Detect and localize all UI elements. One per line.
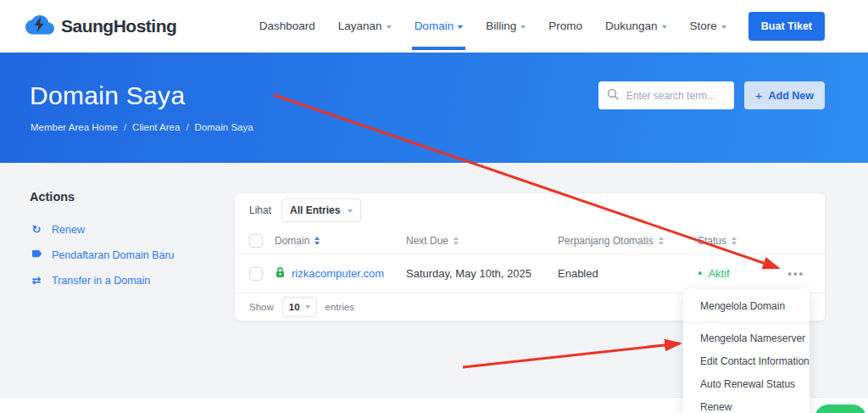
- column-header-domain: Domain: [275, 235, 406, 247]
- chevron-down-icon: [305, 305, 310, 309]
- chevron-down-icon: [520, 25, 526, 29]
- nav-label: Domain: [415, 20, 454, 32]
- entries-filter-select[interactable]: All Entries: [281, 198, 361, 222]
- add-new-label: Add New: [769, 90, 814, 102]
- top-navbar: SaungHosting Dashboard Layanan Domain Bi…: [0, 0, 868, 53]
- chevron-down-icon: [348, 209, 353, 213]
- column-label: Next Due: [406, 235, 448, 247]
- nav-label: Dashboard: [259, 20, 315, 32]
- nav-item-domain[interactable]: Domain: [415, 20, 464, 32]
- domain-link[interactable]: rizkacomputer.com: [292, 267, 384, 280]
- nav-item-layanan[interactable]: Layanan: [338, 20, 392, 32]
- action-label: Pendaftaran Domain Baru: [52, 249, 175, 261]
- column-label: Status: [698, 235, 726, 247]
- page-size-select[interactable]: 10: [282, 297, 317, 317]
- table-header-row: Domain Next Due Perpanjang Otomatis Stat…: [235, 227, 825, 254]
- nav-item-dashboard[interactable]: Dashboard: [259, 20, 315, 32]
- column-header-status: Status: [698, 235, 778, 247]
- menu-item-auto-renewal-status[interactable]: Auto Renewal Status: [683, 372, 810, 395]
- flag-icon: [30, 248, 43, 261]
- annotation-arrow-to-nameserver: [463, 343, 680, 367]
- breadcrumb-current: Domain Saya: [195, 122, 253, 132]
- action-label: Transfer in a Domain: [52, 275, 150, 287]
- main-nav: Dashboard Layanan Domain Billing Promo D…: [259, 20, 726, 32]
- menu-item-renew[interactable]: Renew: [683, 395, 810, 413]
- action-link-renew[interactable]: ↻ Renew: [30, 223, 175, 236]
- chevron-down-icon: [721, 25, 726, 29]
- status-label: Aktif: [708, 267, 729, 280]
- sort-icon[interactable]: [659, 237, 664, 245]
- search-input[interactable]: [625, 89, 726, 103]
- nav-item-dukungan[interactable]: Dukungan: [605, 20, 667, 32]
- nav-item-promo[interactable]: Promo: [548, 20, 582, 32]
- chevron-down-icon: [387, 25, 392, 29]
- page-header: Domain Saya Member Area Home / Client Ar…: [0, 53, 868, 163]
- status-badge: ● Aktif: [698, 267, 778, 280]
- buat-tiket-button[interactable]: Buat Tiket: [748, 12, 825, 41]
- next-due-cell: Saturday, May 10th, 2025: [406, 267, 558, 280]
- breadcrumb: Member Area Home / Client Area / Domain …: [31, 122, 253, 132]
- breadcrumb-separator: /: [124, 122, 126, 132]
- entries-label: entries: [326, 302, 355, 312]
- auto-renew-cell: Enabled: [558, 267, 698, 280]
- cloud-bolt-logo-icon: [25, 13, 54, 39]
- row-checkbox[interactable]: [249, 267, 263, 281]
- column-header-next-due: Next Due: [406, 235, 558, 247]
- page-size-value: 10: [289, 302, 300, 312]
- nav-item-store[interactable]: Store: [690, 20, 726, 32]
- page-title: Domain Saya: [30, 81, 185, 110]
- show-label: Show: [249, 302, 274, 312]
- select-all-checkbox[interactable]: [249, 234, 263, 248]
- status-dot-icon: ●: [698, 270, 702, 277]
- actions-panel: Actions ↻ Renew Pendaftaran Domain Baru …: [30, 190, 175, 299]
- row-actions-menu-icon[interactable]: •••: [778, 267, 804, 280]
- actions-title: Actions: [30, 190, 175, 204]
- header-actions: + Add New: [598, 81, 825, 109]
- nav-label: Promo: [548, 20, 582, 32]
- chevron-down-icon: [458, 25, 463, 29]
- action-link-register-domain[interactable]: Pendaftaran Domain Baru: [30, 248, 175, 261]
- table-row: rizkacomputer.com Saturday, May 10th, 20…: [235, 254, 825, 293]
- breadcrumb-member-area-home[interactable]: Member Area Home: [31, 122, 118, 132]
- plus-icon: +: [755, 88, 763, 103]
- chat-widget-button[interactable]: [815, 405, 866, 413]
- sort-icon[interactable]: [453, 237, 459, 245]
- table-filter-row: Lihat All Entries: [235, 193, 825, 227]
- add-new-button[interactable]: + Add New: [744, 81, 825, 109]
- nav-label: Billing: [486, 20, 516, 32]
- sort-icon[interactable]: [314, 237, 320, 245]
- domain-cell: rizkacomputer.com: [275, 266, 406, 281]
- action-label: Renew: [52, 224, 85, 236]
- nav-label: Dukungan: [605, 20, 658, 32]
- column-header-auto-renew: Perpanjang Otomatis: [558, 235, 698, 247]
- menu-item-mengelola-nameserver[interactable]: Mengelola Nameserver: [683, 326, 810, 349]
- brand-name: SaungHosting: [61, 16, 176, 36]
- brand-logo[interactable]: SaungHosting: [25, 13, 176, 39]
- entries-filter-value: All Entries: [290, 204, 340, 216]
- column-label: Domain: [275, 235, 309, 247]
- breadcrumb-client-area[interactable]: Client Area: [132, 122, 180, 132]
- menu-item-mengelola-domain[interactable]: Mengelola Domain: [683, 289, 810, 323]
- filter-label: Lihat: [249, 204, 271, 216]
- nav-label: Store: [690, 20, 717, 32]
- row-actions-context-menu: Mengelola Domain Mengelola Nameserver Ed…: [683, 289, 810, 413]
- menu-group: Mengelola Nameserver Edit Contact Inform…: [683, 323, 810, 413]
- column-label: Perpanjang Otomatis: [558, 235, 654, 247]
- search-icon: [607, 88, 619, 103]
- chevron-down-icon: [662, 25, 667, 29]
- sort-icon[interactable]: [732, 237, 737, 245]
- transfer-icon: ⇄: [30, 274, 43, 287]
- renew-icon: ↻: [30, 223, 43, 236]
- nav-label: Layanan: [338, 20, 382, 32]
- search-box: [598, 81, 734, 109]
- nav-item-billing[interactable]: Billing: [486, 20, 526, 32]
- breadcrumb-separator: /: [186, 122, 188, 132]
- menu-item-edit-contact-information[interactable]: Edit Contact Information: [683, 349, 810, 372]
- lock-icon: [275, 266, 286, 281]
- action-link-transfer-domain[interactable]: ⇄ Transfer in a Domain: [30, 274, 175, 287]
- page: SaungHosting Dashboard Layanan Domain Bi…: [0, 0, 868, 413]
